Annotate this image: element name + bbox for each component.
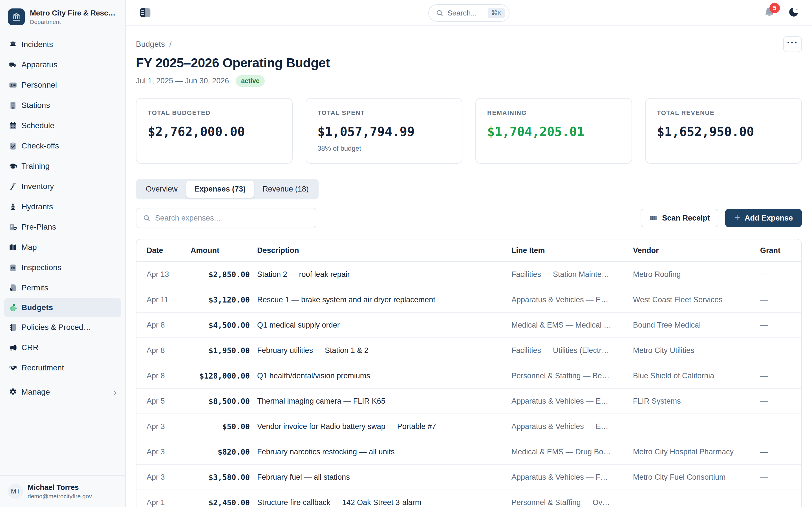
notifications-button[interactable]: 5 bbox=[763, 6, 775, 19]
stat-value: $1,057,794.99 bbox=[317, 124, 451, 139]
table-row[interactable]: Apr 8 $128,000.00 Q1 health/dental/visio… bbox=[137, 363, 801, 389]
axe-icon bbox=[8, 182, 17, 191]
sidebar-item-recruitment[interactable]: Recruitment bbox=[0, 358, 125, 378]
stat-subtext: 38% of budget bbox=[317, 145, 451, 152]
cell-date: Apr 5 bbox=[147, 397, 183, 406]
stat-card-total-revenue: TOTAL REVENUE $1,652,950.00 bbox=[645, 98, 802, 164]
sidebar-item-crr[interactable]: CRR bbox=[0, 337, 125, 358]
expenses-toolbar: Scan Receipt + Add Expense bbox=[136, 208, 802, 228]
scan-receipt-button[interactable]: Scan Receipt bbox=[641, 209, 718, 227]
cell-amount: $2,850.00 bbox=[191, 270, 250, 279]
cell-description: Vendor invoice for Radio battery swap — … bbox=[257, 422, 504, 431]
cell-grant: — bbox=[760, 295, 791, 304]
table-row[interactable]: Apr 8 $4,500.00 Q1 medical supply order … bbox=[137, 313, 801, 338]
cell-vendor: — bbox=[633, 422, 753, 431]
cell-description: Station 2 — roof leak repair bbox=[257, 270, 504, 279]
chevron-right-icon: › bbox=[114, 387, 121, 397]
fire-truck-icon bbox=[8, 60, 17, 69]
clipboard-check-icon bbox=[8, 142, 17, 151]
stat-value: $2,762,000.00 bbox=[148, 124, 281, 139]
breadcrumb[interactable]: Budgets bbox=[136, 40, 165, 49]
tab-overview[interactable]: Overview bbox=[138, 180, 186, 198]
graduation-cap-icon bbox=[8, 162, 17, 171]
tab-revenue[interactable]: Revenue (18) bbox=[254, 180, 317, 198]
theme-toggle[interactable] bbox=[788, 6, 800, 19]
cell-amount: $3,580.00 bbox=[191, 473, 250, 482]
table-row[interactable]: Apr 8 $1,950.00 February utilities — Sta… bbox=[137, 338, 801, 363]
sidebar-item-permits[interactable]: Permits bbox=[0, 278, 125, 298]
clipboard-list-icon bbox=[8, 263, 17, 272]
sidebar-item-label: Stations bbox=[21, 101, 50, 110]
sidebar-item-stations[interactable]: Stations bbox=[0, 95, 125, 115]
sidebar-item-label: Manage bbox=[21, 388, 50, 397]
cell-vendor: Metro City Utilities bbox=[633, 346, 753, 355]
stat-label: TOTAL REVENUE bbox=[657, 109, 790, 117]
cell-description: Q1 medical supply order bbox=[257, 321, 504, 330]
cell-description: Thermal imaging camera — FLIR K65 bbox=[257, 397, 504, 406]
more-options-button[interactable]: ··· bbox=[783, 36, 802, 52]
sidebar-item-manage[interactable]: Manage › bbox=[0, 382, 125, 402]
expense-search-input[interactable] bbox=[155, 214, 310, 223]
sidebar-item-incidents[interactable]: Incidents bbox=[0, 34, 125, 55]
sidebar-item-label: Pre-Plans bbox=[21, 223, 56, 231]
table-row[interactable]: Apr 1 $2,450.00 Structure fire callback … bbox=[137, 490, 801, 507]
gear-icon bbox=[8, 388, 17, 397]
cell-line-item: Facilities — Station Mainte… bbox=[511, 270, 626, 279]
add-expense-button[interactable]: + Add Expense bbox=[725, 209, 802, 227]
expenses-table: Date Amount Description Line Item Vendor… bbox=[136, 239, 802, 507]
user-menu[interactable]: MT Michael Torres demo@metrocityfire.gov bbox=[0, 475, 125, 507]
id-card-icon bbox=[8, 80, 17, 90]
sidebar-item-check-offs[interactable]: Check-offs bbox=[0, 136, 125, 156]
sidebar-item-apparatus[interactable]: Apparatus bbox=[0, 55, 125, 75]
cell-grant: — bbox=[760, 473, 791, 482]
sidebar-item-label: Inspections bbox=[21, 263, 61, 272]
sidebar-item-hydrants[interactable]: Hydrants bbox=[0, 196, 125, 217]
cell-grant: — bbox=[760, 346, 791, 355]
table-row[interactable]: Apr 5 $8,500.00 Thermal imaging camera —… bbox=[137, 389, 801, 414]
cell-amount: $50.00 bbox=[191, 422, 250, 431]
cell-grant: — bbox=[760, 448, 791, 456]
stat-value: $1,704,205.01 bbox=[487, 124, 620, 139]
certificate-icon bbox=[8, 283, 17, 292]
global-search[interactable]: Search... ⌘K bbox=[428, 4, 509, 22]
calendar-icon bbox=[8, 121, 17, 130]
sidebar-item-schedule[interactable]: Schedule bbox=[0, 115, 125, 136]
sidebar-item-map[interactable]: Map bbox=[0, 237, 125, 258]
cell-line-item: Personnel & Staffing — Ov… bbox=[511, 498, 626, 507]
cell-grant: — bbox=[760, 372, 791, 380]
cell-grant: — bbox=[760, 321, 791, 330]
kbd-shortcut: ⌘K bbox=[488, 8, 505, 18]
add-expense-label: Add Expense bbox=[745, 214, 793, 223]
org-header[interactable]: Metro City Fire & Resc… Department bbox=[0, 0, 125, 31]
bank-icon bbox=[11, 11, 22, 22]
tab-bar: Overview Expenses (73) Revenue (18) bbox=[136, 179, 319, 200]
stat-label: TOTAL SPENT bbox=[317, 109, 451, 117]
sidebar-item-policies[interactable]: Policies & Proced… bbox=[0, 317, 125, 337]
sidebar-item-personnel[interactable]: Personnel bbox=[0, 75, 125, 95]
sidebar-item-inventory[interactable]: Inventory bbox=[0, 176, 125, 196]
hydrant-icon bbox=[8, 202, 17, 211]
cell-amount: $8,500.00 bbox=[191, 397, 250, 406]
sidebar-item-budgets[interactable]: Budgets bbox=[4, 298, 121, 317]
cell-description: Structure fire callback — 142 Oak Street… bbox=[257, 498, 504, 507]
table-row[interactable]: Apr 3 $50.00 Vendor invoice for Radio ba… bbox=[137, 414, 801, 439]
org-subtitle: Department bbox=[30, 18, 115, 25]
cell-line-item: Apparatus & Vehicles — E… bbox=[511, 397, 626, 406]
sidebar-item-label: Apparatus bbox=[21, 60, 57, 69]
sidebar-item-label: Map bbox=[21, 243, 37, 252]
cell-date: Apr 1 bbox=[147, 498, 183, 507]
cell-vendor: Metro City Fuel Consortium bbox=[633, 473, 753, 482]
sidebar-item-training[interactable]: Training bbox=[0, 156, 125, 176]
tab-expenses[interactable]: Expenses (73) bbox=[186, 180, 254, 198]
sidebar-item-inspections[interactable]: Inspections bbox=[0, 258, 125, 278]
user-name: Michael Torres bbox=[28, 483, 92, 492]
table-row[interactable]: Apr 11 $3,120.00 Rescue 1 — brake system… bbox=[137, 287, 801, 313]
moon-icon bbox=[788, 6, 800, 18]
table-row[interactable]: Apr 13 $2,850.00 Station 2 — roof leak r… bbox=[137, 262, 801, 287]
table-row[interactable]: Apr 3 $3,580.00 February fuel — all stat… bbox=[137, 465, 801, 490]
sidebar-item-pre-plans[interactable]: Pre-Plans bbox=[0, 217, 125, 237]
status-badge: active bbox=[236, 75, 265, 87]
table-row[interactable]: Apr 3 $820.00 February narcotics restock… bbox=[137, 439, 801, 465]
sidebar-toggle-icon[interactable] bbox=[140, 8, 151, 17]
column-header-line-item: Line Item bbox=[511, 246, 626, 255]
